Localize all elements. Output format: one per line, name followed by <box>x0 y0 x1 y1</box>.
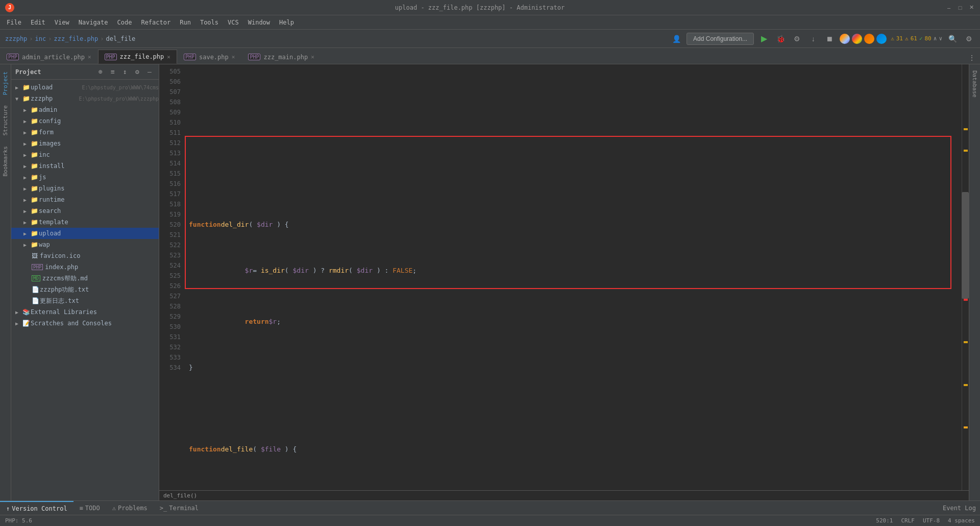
tree-item-form[interactable]: ▶ 📁 form <box>11 127 159 138</box>
search-button[interactable]: 🔍 <box>946 33 959 45</box>
bottom-tab-problems[interactable]: ⚠ Problems <box>106 501 154 515</box>
menu-navigate[interactable]: Navigate <box>75 17 112 28</box>
sidebar: Project ⊕ ≡ ↕ ⚙ — ▶ 📁 upload E:\phpstudy… <box>11 64 159 500</box>
tree-item-zzzphp-root[interactable]: ▼ 📁 zzzphp E:\phpstudy_pro\WWW\zzzphp <box>11 93 159 104</box>
panel-vtab-structure[interactable]: Structure <box>1 100 10 141</box>
menu-help[interactable]: Help <box>275 17 298 28</box>
tree-item-external-libs[interactable]: ▶ 📚 External Libraries <box>11 306 159 318</box>
tree-label-extlibs: External Libraries <box>31 308 159 316</box>
settings-button[interactable]: ⚙ <box>963 33 975 45</box>
tree-item-upload[interactable]: ▶ 📁 upload <box>11 228 159 239</box>
bottom-tab-terminal[interactable]: >_ Terminal <box>154 501 205 515</box>
status-line-ending[interactable]: CRLF <box>901 517 915 524</box>
status-position[interactable]: 520:1 <box>876 517 893 524</box>
tab-admin-article[interactable]: PHP admin_article.php ✕ <box>0 50 98 64</box>
breadcrumb-function: del_file <box>106 35 135 42</box>
scrollbar-thumb[interactable] <box>962 192 969 299</box>
debug-button[interactable]: 🐞 <box>774 33 787 45</box>
panel-vtab-project[interactable]: Project <box>1 66 10 100</box>
menu-file[interactable]: File <box>3 17 26 28</box>
file-icon-favicon: 🖼 <box>32 252 40 259</box>
menu-refactor[interactable]: Refactor <box>137 17 175 28</box>
menu-edit[interactable]: Edit <box>27 17 50 28</box>
right-gutter <box>962 64 969 490</box>
tree-item-scratches[interactable]: ▶ 📝 Scratches and Consoles <box>11 318 159 329</box>
menu-tools[interactable]: Tools <box>196 17 223 28</box>
folder-icon-zzzphp: 📁 <box>22 95 31 102</box>
tree-item-search[interactable]: ▶ 📁 search <box>11 205 159 217</box>
tree-item-install[interactable]: ▶ 📁 install <box>11 160 159 172</box>
gutter-mark-7 <box>964 384 968 386</box>
sidebar-collapse-btn[interactable]: ≡ <box>108 67 118 77</box>
tree-item-index-php[interactable]: PHP index.php <box>11 261 159 273</box>
breadcrumb-zzzphp[interactable]: zzzphp <box>5 35 27 42</box>
scratches-icon: 📝 <box>22 320 31 327</box>
bottom-tab-todo[interactable]: ≡ TODO <box>74 501 106 515</box>
breadcrumb-inc[interactable]: inc <box>35 35 46 42</box>
warn-up[interactable]: ∧ <box>934 35 937 42</box>
browser-icon-firefox[interactable] <box>864 34 874 44</box>
bottom-tab-vcs[interactable]: ↑ Version Control <box>0 501 74 515</box>
tree-item-template[interactable]: ▶ 📁 template <box>11 217 159 228</box>
tab-close-admin[interactable]: ✕ <box>88 54 91 60</box>
menu-vcs[interactable]: VCS <box>224 17 243 28</box>
menu-view[interactable]: View <box>51 17 74 28</box>
browser-icon-chrome[interactable] <box>852 34 862 44</box>
sidebar-close-btn[interactable]: — <box>144 67 155 77</box>
tree-item-plugins[interactable]: ▶ 📁 plugins <box>11 183 159 194</box>
status-encoding[interactable]: UTF-8 <box>923 517 940 524</box>
tree-item-js[interactable]: ▶ 📁 js <box>11 172 159 183</box>
sidebar-sort-btn[interactable]: ↕ <box>120 67 130 77</box>
sidebar-title: Project <box>15 68 91 76</box>
sidebar-settings-btn[interactable]: ⚙ <box>132 67 142 77</box>
browser-icon-edge[interactable] <box>876 34 887 44</box>
menu-window[interactable]: Window <box>244 17 274 28</box>
tab-options-button[interactable]: ⋮ <box>966 52 978 64</box>
tab-close-save[interactable]: ✕ <box>232 54 235 60</box>
tree-item-favicon[interactable]: 🖼 favicon.ico <box>11 250 159 261</box>
code-line-510: } <box>189 363 958 373</box>
status-indent[interactable]: 4 spaces <box>948 517 975 524</box>
tree-item-wap[interactable]: ▶ 📁 wap <box>11 239 159 250</box>
sidebar-expand-btn[interactable]: ⊕ <box>95 67 106 77</box>
tree-item-upload-root[interactable]: ▶ 📁 upload E:\phpstudy_pro\WWW\74cms <box>11 82 159 93</box>
tree-item-runtime[interactable]: ▶ 📁 runtime <box>11 194 159 205</box>
tree-item-update-log[interactable]: 📄 更新日志.txt <box>11 295 159 306</box>
tree-item-inc[interactable]: ▶ 📁 inc <box>11 149 159 160</box>
tab-close-zzz[interactable]: ✕ <box>167 54 170 60</box>
event-log-link[interactable]: Event Log <box>943 505 976 512</box>
tab-zzz-file[interactable]: PHP zzz_file.php ✕ <box>98 50 177 64</box>
tree-item-zzzcms-md[interactable]: MD zzzcms帮助.md <box>11 273 159 284</box>
warn-down[interactable]: ∨ <box>939 35 942 42</box>
right-vtab-database[interactable]: Database <box>970 66 979 102</box>
panel-vtab-bookmarks[interactable]: Bookmarks <box>1 141 10 182</box>
maximize-button[interactable]: □ <box>957 4 964 11</box>
breadcrumb-file[interactable]: zzz_file.php <box>54 35 99 42</box>
tree-label-favicon: favicon.ico <box>40 252 159 259</box>
menu-code[interactable]: Code <box>113 17 136 28</box>
tab-close-main[interactable]: ✕ <box>311 54 314 60</box>
warn-count-3: 80 <box>925 35 932 42</box>
folder-icon-inc: 📁 <box>31 151 39 158</box>
folder-icon-template: 📁 <box>31 219 39 226</box>
tree-item-images[interactable]: ▶ 📁 images <box>11 138 159 149</box>
browser-icon-1[interactable] <box>840 34 850 44</box>
folder-icon-js: 📁 <box>31 174 39 181</box>
profile-button[interactable]: 👤 <box>670 33 682 45</box>
tree-item-config[interactable]: ▶ 📁 config <box>11 115 159 127</box>
warn-count-1: 31 <box>896 35 903 42</box>
vcs-update-button[interactable]: ↓ <box>807 33 819 45</box>
folder-icon-config: 📁 <box>31 117 39 125</box>
code-editor[interactable]: function del_dir( $dir ) { $r = is_dir( … <box>185 64 962 490</box>
minimize-button[interactable]: – <box>945 4 952 11</box>
build-button[interactable]: ⚙ <box>791 33 803 45</box>
add-configuration-button[interactable]: Add Configuration... <box>687 33 754 45</box>
tree-item-admin[interactable]: ▶ 📁 admin <box>11 104 159 115</box>
stop-button[interactable]: ⏹ <box>823 33 836 45</box>
menu-run[interactable]: Run <box>176 17 195 28</box>
tab-zzz-main[interactable]: PHP zzz_main.php ✕ <box>241 50 321 64</box>
tree-item-zzzphp-txt[interactable]: 📄 zzzphp功能.txt <box>11 284 159 295</box>
close-button[interactable]: ✕ <box>968 4 975 11</box>
tab-save[interactable]: PHP save.php ✕ <box>177 50 241 64</box>
run-button[interactable]: ▶ <box>758 33 770 45</box>
